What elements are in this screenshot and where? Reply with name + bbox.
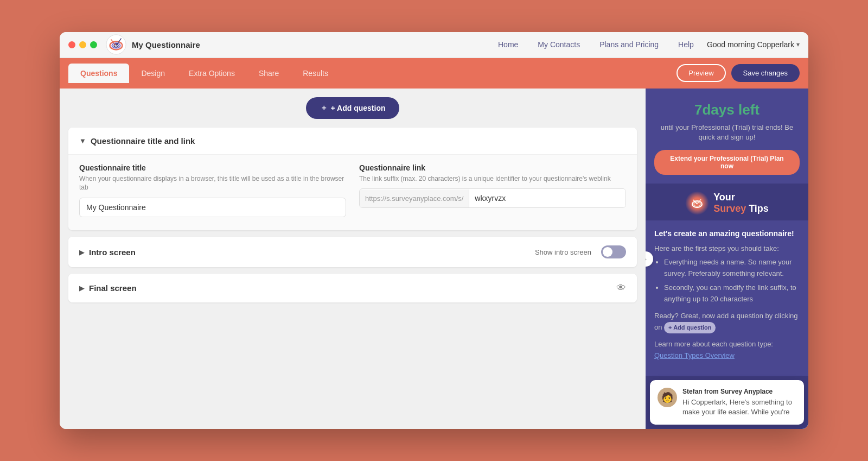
tips-bullet-1: Everything needs a name. So name your su… bbox=[664, 257, 800, 280]
final-section: ▶ Final screen 👁 bbox=[68, 274, 637, 302]
add-question-button[interactable]: ＋ + Add question bbox=[306, 97, 400, 119]
link-col: Questionnaire link The link suffix (max.… bbox=[359, 163, 626, 218]
question-types-link[interactable]: Question Types Overview bbox=[654, 351, 735, 359]
tips-learn: Learn more about each question type: Que… bbox=[654, 339, 800, 362]
tab-questions[interactable]: Questions bbox=[68, 64, 129, 83]
chat-text-area: Stefan from Survey Anyplace Hi Copperlar… bbox=[682, 388, 796, 417]
show-intro-label: Show intro screen bbox=[535, 248, 591, 256]
nav-home[interactable]: Home bbox=[498, 40, 518, 49]
toggle-slider bbox=[601, 245, 626, 258]
tab-extra-options[interactable]: Extra Options bbox=[177, 64, 247, 83]
title-section-body: Questionnaire title When your questionna… bbox=[68, 154, 637, 231]
nav-contacts[interactable]: My Contacts bbox=[538, 40, 580, 49]
tab-share[interactable]: Share bbox=[247, 64, 291, 83]
preview-button[interactable]: Preview bbox=[676, 64, 725, 82]
tips-content: Let's create an amazing questionnaire! H… bbox=[646, 220, 808, 376]
chevron-down-icon: ▼ bbox=[79, 137, 86, 145]
tips-bullets-list: Everything needs a name. So name your su… bbox=[654, 257, 800, 305]
body-area: ＋ + Add question ▼ Questionnaire title a… bbox=[60, 89, 808, 430]
nav-greeting: Good morning Copperlark ▾ bbox=[707, 40, 800, 49]
title-section-header[interactable]: ▼ Questionnaire title and link bbox=[68, 128, 637, 154]
tips-heading: Let's create an amazing questionnaire! bbox=[654, 229, 800, 238]
greeting-chevron-icon[interactable]: ▾ bbox=[796, 41, 800, 48]
fullscreen-button[interactable] bbox=[90, 41, 97, 48]
logo-area: My Questionnaire bbox=[106, 34, 200, 55]
link-prefix: https://s.surveyanyplace.com/s/ bbox=[360, 190, 469, 207]
plus-icon: ＋ bbox=[320, 103, 328, 113]
close-button[interactable] bbox=[68, 41, 75, 48]
title-col: Questionnaire title When your questionna… bbox=[79, 163, 346, 218]
link-hint: The link suffix (max. 20 characters) is … bbox=[359, 174, 626, 184]
days-left-subtitle: until your Professional (Trial) trial en… bbox=[654, 123, 800, 142]
title-hint: When your questionnaire displays in a br… bbox=[79, 174, 346, 193]
nav-links: Home My Contacts Plans and Pricing Help bbox=[200, 40, 694, 49]
titlebar: My Questionnaire Home My Contacts Plans … bbox=[60, 32, 808, 58]
questionnaire-title-input[interactable] bbox=[79, 198, 346, 217]
chat-sender: Stefan from Survey Anyplace bbox=[682, 388, 796, 395]
add-question-row: ＋ + Add question bbox=[68, 97, 637, 119]
survey-tips-logo: Your Survey Tips bbox=[646, 184, 808, 220]
link-suffix-input[interactable] bbox=[469, 189, 626, 207]
final-header-right: 👁 bbox=[616, 282, 626, 294]
intro-section-header[interactable]: ▶ Intro screen Show intro screen bbox=[68, 237, 637, 267]
form-row: Questionnaire title When your questionna… bbox=[79, 163, 626, 218]
inline-add-button: + Add question bbox=[664, 322, 716, 334]
main-panel: ＋ + Add question ▼ Questionnaire title a… bbox=[60, 89, 646, 430]
extend-plan-button[interactable]: Extend your Professional (Trial) Plan no… bbox=[654, 150, 800, 175]
chat-popup: 🧑 Stefan from Survey Anyplace Hi Copperl… bbox=[650, 380, 804, 425]
survey-tips-label: Your Survey Tips bbox=[713, 192, 769, 214]
chevron-right-icon-2: ▶ bbox=[79, 284, 85, 292]
chat-message: Hi Copperlark, Here's something to make … bbox=[682, 397, 796, 417]
nav-plans[interactable]: Plans and Pricing bbox=[599, 40, 659, 49]
final-section-title: Final screen bbox=[89, 283, 137, 293]
tab-results[interactable]: Results bbox=[291, 64, 340, 83]
tips-bullet-2: Secondly, you can modify the link suffix… bbox=[664, 282, 800, 305]
app-title: My Questionnaire bbox=[132, 40, 200, 49]
chat-avatar: 🧑 bbox=[658, 388, 677, 407]
title-label: Questionnaire title bbox=[79, 163, 346, 172]
title-section-title: Questionnaire title and link bbox=[91, 136, 195, 146]
final-section-header[interactable]: ▶ Final screen 👁 bbox=[68, 274, 637, 302]
link-label: Questionnaire link bbox=[359, 163, 626, 172]
title-section: ▼ Questionnaire title and link Questionn… bbox=[68, 128, 637, 231]
intro-section-title: Intro screen bbox=[89, 248, 136, 257]
tab-design[interactable]: Design bbox=[129, 64, 177, 83]
main-content: Questions Design Extra Options Share Res… bbox=[60, 58, 808, 430]
traffic-lights bbox=[68, 41, 97, 48]
nav-help[interactable]: Help bbox=[678, 40, 694, 49]
days-left-banner: 7days left until your Professional (Tria… bbox=[646, 89, 808, 184]
logo-icon bbox=[106, 34, 126, 55]
tips-logo-icon bbox=[685, 191, 709, 215]
intro-section: ▶ Intro screen Show intro screen bbox=[68, 237, 637, 267]
intro-header-right: Show intro screen bbox=[535, 245, 626, 258]
minimize-button[interactable] bbox=[79, 41, 86, 48]
eye-icon[interactable]: 👁 bbox=[616, 282, 626, 294]
app-window: My Questionnaire Home My Contacts Plans … bbox=[60, 32, 808, 430]
tips-ready: Ready? Great, now add a question by clic… bbox=[654, 311, 800, 333]
show-intro-toggle[interactable] bbox=[601, 245, 626, 258]
days-left-title: 7days left bbox=[654, 102, 800, 118]
save-changes-button[interactable]: Save changes bbox=[731, 64, 800, 82]
link-input-row: https://s.surveyanyplace.com/s/ bbox=[359, 188, 626, 208]
chevron-right-icon: ▶ bbox=[79, 248, 85, 256]
tabs-bar: Questions Design Extra Options Share Res… bbox=[60, 58, 808, 89]
sidebar-panel: › 7days left until your Professional (Tr… bbox=[646, 89, 808, 430]
tips-intro: Here are the first steps you should take… bbox=[654, 243, 800, 305]
